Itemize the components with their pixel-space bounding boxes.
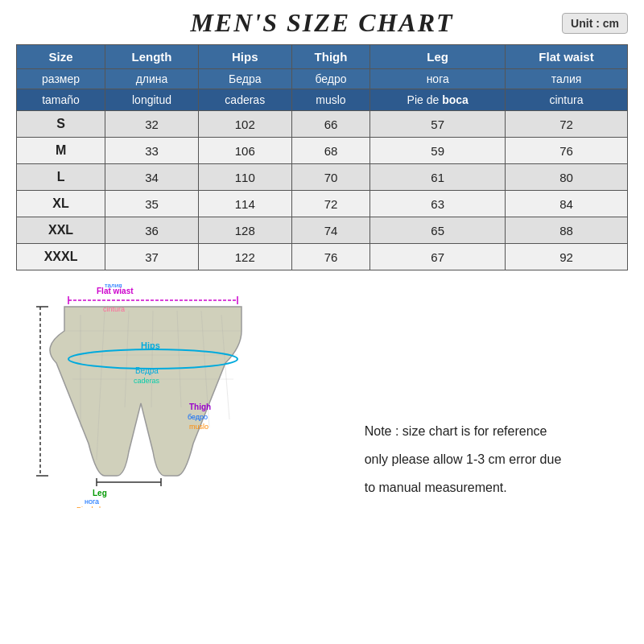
cell-r4-c4: 65: [370, 217, 506, 244]
cell-r0-c3: 66: [291, 111, 370, 138]
cell-r5-c3: 76: [291, 244, 370, 270]
size-table: Size Length Hips Thigh Leg Flat waist ра…: [16, 44, 628, 270]
col-leg-es-bold: boca: [442, 93, 469, 106]
svg-text:бедро: бедро: [188, 413, 208, 421]
col-flatwaist-en: Flat waist: [505, 45, 627, 69]
cell-r4-c3: 74: [291, 217, 370, 244]
note-line3: to manual measurement.: [365, 473, 562, 502]
cell-r3-c5: 84: [505, 191, 627, 217]
header-row-spanish: tamaño longitud caderas muslo Pie de boc…: [17, 89, 628, 111]
shorts-svg: Length Длина longitud: [16, 283, 290, 508]
col-thigh-es: muslo: [291, 89, 370, 111]
col-hips-es: caderas: [198, 89, 291, 111]
cell-r3-c0: XL: [17, 191, 105, 217]
col-size-ru: размер: [17, 69, 105, 89]
col-leg-en: Leg: [370, 45, 506, 69]
table-row: M33106685976: [17, 138, 628, 164]
note-section: Note : size chart is for reference only …: [298, 283, 628, 636]
table-row: L34110706180: [17, 164, 628, 191]
shorts-diagram: Length Длина longitud: [16, 283, 290, 508]
col-length-ru: длина: [105, 69, 199, 89]
col-thigh-ru: бедро: [291, 69, 370, 89]
col-length-en: Length: [105, 45, 199, 69]
svg-text:Pie de boca: Pie de boca: [76, 506, 115, 508]
col-hips-ru: Бедра: [198, 69, 291, 89]
note-line2: only please allow 1-3 cm error due: [365, 445, 562, 473]
table-row: XL35114726384: [17, 191, 628, 217]
title-area: MEN'S SIZE CHART Unit : cm: [16, 8, 628, 38]
cell-r1-c0: M: [17, 138, 105, 164]
table-row: XXXL37122766792: [17, 244, 628, 270]
col-length-es: longitud: [105, 89, 199, 111]
main-title: MEN'S SIZE CHART: [190, 8, 453, 38]
cell-r2-c5: 80: [505, 164, 627, 191]
col-hips-en: Hips: [198, 45, 291, 69]
col-size-es: tamaño: [17, 89, 105, 111]
cell-r5-c5: 92: [505, 244, 627, 270]
cell-r0-c1: 32: [105, 111, 199, 138]
col-size-en: Size: [17, 45, 105, 69]
page-wrapper: MEN'S SIZE CHART Unit : cm Size Length H…: [0, 0, 644, 644]
cell-r4-c1: 36: [105, 217, 199, 244]
col-leg-ru: нога: [370, 69, 506, 89]
cell-r3-c1: 35: [105, 191, 199, 217]
header-row-english: Size Length Hips Thigh Leg Flat waist: [17, 45, 628, 69]
cell-r5-c0: XXXL: [17, 244, 105, 270]
note-line1: Note : size chart is for reference: [365, 417, 562, 445]
header-row-russian: размер длина Бедра бедро нога талия: [17, 69, 628, 89]
cell-r5-c4: 67: [370, 244, 506, 270]
cell-r5-c1: 37: [105, 244, 199, 270]
cell-r4-c0: XXL: [17, 217, 105, 244]
cell-r0-c2: 102: [198, 111, 291, 138]
cell-r0-c0: S: [17, 111, 105, 138]
cell-r3-c3: 72: [291, 191, 370, 217]
cell-r1-c1: 33: [105, 138, 199, 164]
col-thigh-en: Thigh: [291, 45, 370, 69]
svg-text:Бедра: Бедра: [135, 366, 159, 375]
cell-r2-c4: 61: [370, 164, 506, 191]
bottom-section: Length Длина longitud: [16, 283, 628, 636]
svg-text:caderas: caderas: [134, 377, 160, 385]
cell-r1-c4: 59: [370, 138, 506, 164]
cell-r2-c1: 34: [105, 164, 199, 191]
table-row: S32102665772: [17, 111, 628, 138]
cell-r4-c2: 128: [198, 217, 291, 244]
table-row: XXL36128746588: [17, 217, 628, 244]
cell-r1-c5: 76: [505, 138, 627, 164]
cell-r2-c3: 70: [291, 164, 370, 191]
svg-text:cintura: cintura: [103, 305, 125, 313]
cell-r4-c5: 88: [505, 217, 627, 244]
unit-badge: Unit : cm: [562, 13, 628, 34]
cell-r0-c4: 57: [370, 111, 506, 138]
cell-r2-c2: 110: [198, 164, 291, 191]
cell-r1-c2: 106: [198, 138, 291, 164]
cell-r3-c4: 63: [370, 191, 506, 217]
cell-r1-c3: 68: [291, 138, 370, 164]
cell-r5-c2: 122: [198, 244, 291, 270]
svg-text:Thigh: Thigh: [189, 402, 211, 411]
col-flatwaist-es: cintura: [505, 89, 627, 111]
col-flatwaist-ru: талия: [505, 69, 627, 89]
col-leg-es: Pie de boca: [370, 89, 506, 111]
svg-text:талия: талия: [105, 283, 122, 289]
svg-text:Leg: Leg: [93, 489, 107, 497]
cell-r0-c5: 72: [505, 111, 627, 138]
svg-text:Hips: Hips: [141, 341, 160, 350]
note-text: Note : size chart is for reference only …: [365, 417, 562, 502]
cell-r3-c2: 114: [198, 191, 291, 217]
svg-text:нога: нога: [85, 497, 99, 506]
svg-text:muslo: muslo: [189, 423, 208, 431]
cell-r2-c0: L: [17, 164, 105, 191]
